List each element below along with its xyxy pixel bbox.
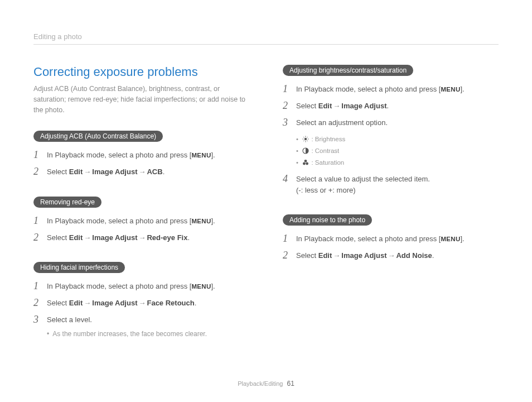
- step-body: In Playback mode, select a photo and pre…: [296, 84, 499, 95]
- brightness-icon: [302, 136, 309, 142]
- step: 2 Select Edit→Image Adjust→Red-eye Fix.: [33, 232, 249, 243]
- step-number: 2: [283, 100, 291, 112]
- step-number: 1: [33, 216, 41, 227]
- step: 2 Select Edit→Image Adjust→Add Noise.: [283, 250, 499, 261]
- pill-redeye: Removing red-eye: [33, 197, 101, 208]
- contrast-icon: [302, 147, 309, 154]
- step-number: 3: [33, 314, 41, 326]
- block-acb: Adjusting ACB (Auto Contrast Balance) 1 …: [33, 131, 249, 178]
- saturation-icon: [302, 159, 309, 166]
- step: 1 In Playback mode, select a photo and p…: [33, 281, 249, 292]
- svg-line-6: [307, 141, 308, 141]
- step-body: Select Edit→Image Adjust→ACB.: [47, 166, 249, 178]
- breadcrumb: Editing a photo: [33, 32, 82, 41]
- step-body: Select Edit→Image Adjust→Red-eye Fix.: [47, 232, 249, 243]
- option-brightness: • : Brightness: [283, 133, 499, 145]
- menu-label: MENU: [191, 218, 211, 224]
- step: 3 Select an adjustment option.: [283, 117, 499, 128]
- step: 4 Select a value to adjust the selected …: [283, 174, 499, 195]
- step-body: Select Edit→Image Adjust→Add Noise.: [296, 250, 499, 261]
- step-number: 3: [283, 117, 291, 128]
- pill-noise: Adding noise to the photo: [283, 214, 372, 226]
- option-contrast: • : Contrast: [283, 145, 499, 157]
- left-column: Correcting exposure problems Adjust ACB …: [33, 65, 249, 357]
- step-body: Select Edit→Image Adjust→Face Retouch.: [47, 298, 249, 309]
- section-title: Correcting exposure problems: [33, 65, 249, 79]
- step-body: Select an adjustment option.: [296, 117, 499, 128]
- step-body: Select Edit→Image Adjust.: [296, 100, 499, 112]
- right-column: Adjusting brightness/contrast/saturation…: [283, 65, 499, 357]
- menu-label: MENU: [191, 283, 211, 290]
- step: 1 In Playback mode, select a photo and p…: [283, 233, 499, 245]
- step-body: In Playback mode, select a photo and pre…: [47, 216, 249, 227]
- step: 1 In Playback mode, select a photo and p…: [33, 150, 249, 161]
- step-number: 4: [283, 174, 291, 185]
- step: 1 In Playback mode, select a photo and p…: [33, 216, 249, 227]
- step-number: 2: [283, 250, 291, 261]
- step: 1 In Playback mode, select a photo and p…: [283, 84, 499, 95]
- note: • As the number increases, the face beco…: [33, 330, 249, 338]
- step-body: In Playback mode, select a photo and pre…: [296, 233, 499, 245]
- step-body: In Playback mode, select a photo and pre…: [47, 281, 249, 292]
- step-number: 1: [33, 281, 41, 292]
- step: 2 Select Edit→Image Adjust→Face Retouch.: [33, 298, 249, 309]
- content-columns: Correcting exposure problems Adjust ACB …: [33, 65, 499, 357]
- step-number: 2: [33, 166, 41, 178]
- block-redeye: Removing red-eye 1 In Playback mode, sel…: [33, 197, 249, 243]
- block-bcs: Adjusting brightness/contrast/saturation…: [283, 65, 499, 195]
- svg-point-11: [303, 162, 306, 165]
- svg-line-8: [304, 141, 304, 141]
- option-saturation: • : Saturation: [283, 157, 499, 169]
- page-footer: Playback/Editing 61: [0, 380, 532, 387]
- page-header: Editing a photo: [33, 32, 499, 45]
- step-number: 1: [283, 233, 291, 245]
- svg-point-12: [306, 162, 309, 165]
- step: 2 Select Edit→Image Adjust→ACB.: [33, 166, 249, 178]
- step-number: 2: [33, 232, 41, 243]
- pill-bcs: Adjusting brightness/contrast/saturation: [283, 65, 413, 76]
- svg-point-10: [304, 160, 307, 162]
- svg-line-7: [307, 137, 308, 138]
- block-face: Hiding facial imperfections 1 In Playbac…: [33, 262, 249, 337]
- step-body: Select a level.: [47, 314, 249, 326]
- footer-section: Playback/Editing: [238, 380, 283, 387]
- svg-point-0: [304, 138, 307, 140]
- step-body: Select a value to adjust the selected it…: [296, 174, 499, 195]
- step: 2 Select Edit→Image Adjust.: [283, 100, 499, 112]
- step-number: 1: [33, 150, 41, 161]
- step: 3 Select a level.: [33, 314, 249, 326]
- svg-line-5: [304, 137, 304, 138]
- step-body: In Playback mode, select a photo and pre…: [47, 150, 249, 161]
- step-number: 2: [33, 298, 41, 309]
- pill-face: Hiding facial imperfections: [33, 262, 125, 273]
- menu-label: MENU: [441, 236, 460, 242]
- page-number: 61: [287, 380, 294, 387]
- menu-label: MENU: [441, 86, 460, 93]
- intro-text: Adjust ACB (Auto Contrast Balance), brig…: [33, 84, 249, 115]
- pill-acb: Adjusting ACB (Auto Contrast Balance): [33, 131, 163, 142]
- step-number: 1: [283, 84, 291, 95]
- block-noise: Adding noise to the photo 1 In Playback …: [283, 214, 499, 261]
- menu-label: MENU: [191, 152, 211, 159]
